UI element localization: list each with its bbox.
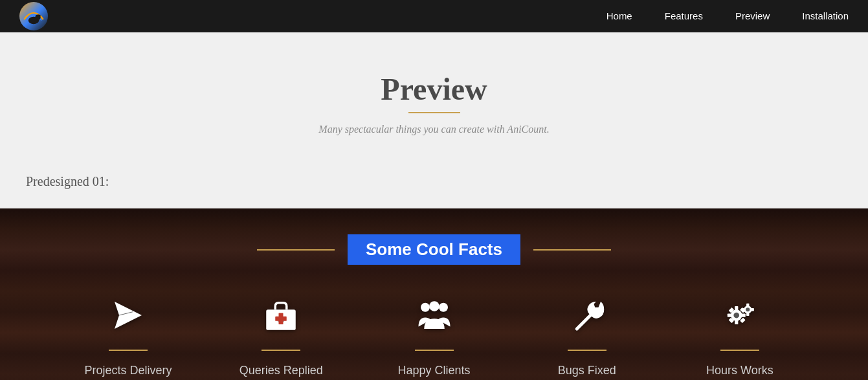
nav-links: Home Features Preview Installation <box>606 10 849 22</box>
fact-line-projects <box>109 350 148 351</box>
fact-label-hours: Hours Works <box>706 364 773 377</box>
svg-rect-25 <box>751 308 753 311</box>
briefcase-icon <box>263 297 299 339</box>
facts-content: Some Cool Facts Projects Delivery <box>13 234 855 377</box>
svg-rect-23 <box>746 313 749 316</box>
fact-label-clients: Happy Clients <box>397 364 470 377</box>
fact-item-queries: Queries Replied <box>205 297 357 377</box>
svg-rect-12 <box>735 306 738 311</box>
fact-item-projects: Projects Delivery <box>52 297 205 377</box>
group-icon <box>416 297 452 339</box>
facts-grid: Projects Delivery <box>13 297 855 377</box>
navbar: Home Features Preview Installation <box>0 0 868 32</box>
paper-plane-svg <box>110 297 146 333</box>
nav-item-preview[interactable]: Preview <box>735 10 770 22</box>
facts-title: Some Cool Facts <box>348 234 520 265</box>
wrench-svg <box>569 297 605 333</box>
svg-rect-14 <box>728 313 732 317</box>
logo-image-icon <box>22 5 45 28</box>
fact-line-hours <box>720 350 759 351</box>
logo <box>19 2 48 30</box>
nav-item-features[interactable]: Features <box>665 10 703 22</box>
nav-link-features[interactable]: Features <box>665 10 703 21</box>
fact-item-hours: Hours Works <box>663 297 816 377</box>
svg-rect-22 <box>746 304 749 306</box>
svg-rect-24 <box>742 308 744 311</box>
facts-header: Some Cool Facts <box>13 234 855 265</box>
svg-rect-15 <box>741 313 746 317</box>
fact-line-bugs <box>568 350 606 351</box>
gears-icon <box>722 297 758 339</box>
briefcase-svg <box>263 297 299 333</box>
fact-item-clients: Happy Clients <box>357 297 510 377</box>
gears-svg <box>722 297 758 333</box>
wrench-icon <box>569 297 605 339</box>
preview-underline <box>408 112 460 113</box>
fact-item-bugs: Bugs Fixed <box>511 297 663 377</box>
fact-line-clients <box>415 350 454 351</box>
svg-rect-13 <box>735 320 738 324</box>
logo-circle <box>19 2 48 30</box>
fact-line-queries <box>262 350 300 351</box>
svg-rect-6 <box>276 317 287 321</box>
facts-line-right <box>533 249 611 251</box>
fact-label-bugs: Bugs Fixed <box>558 364 616 377</box>
nav-link-preview[interactable]: Preview <box>735 10 770 21</box>
group-svg <box>416 297 452 333</box>
preview-section: Preview Many spectacular things you can … <box>0 32 868 161</box>
facts-section: Some Cool Facts Projects Delivery <box>0 208 868 380</box>
svg-point-21 <box>746 307 750 311</box>
nav-link-installation[interactable]: Installation <box>802 10 849 21</box>
svg-point-8 <box>439 303 448 312</box>
fact-label-queries: Queries Replied <box>239 364 323 377</box>
svg-point-7 <box>421 303 430 312</box>
svg-point-11 <box>733 313 739 319</box>
nav-item-installation[interactable]: Installation <box>802 10 849 22</box>
nav-item-home[interactable]: Home <box>606 10 632 22</box>
fact-label-projects: Projects Delivery <box>85 364 172 377</box>
predesigned-section: Predesigned 01: <box>0 161 868 208</box>
predesigned-label: Predesigned 01: <box>26 174 842 189</box>
svg-point-2 <box>38 15 41 17</box>
svg-point-9 <box>429 301 440 311</box>
paper-plane-icon <box>110 297 146 339</box>
facts-line-left <box>257 249 335 251</box>
preview-title: Preview <box>13 71 855 107</box>
nav-link-home[interactable]: Home <box>606 10 632 21</box>
preview-subtitle: Many spectacular things you can create w… <box>13 124 855 135</box>
